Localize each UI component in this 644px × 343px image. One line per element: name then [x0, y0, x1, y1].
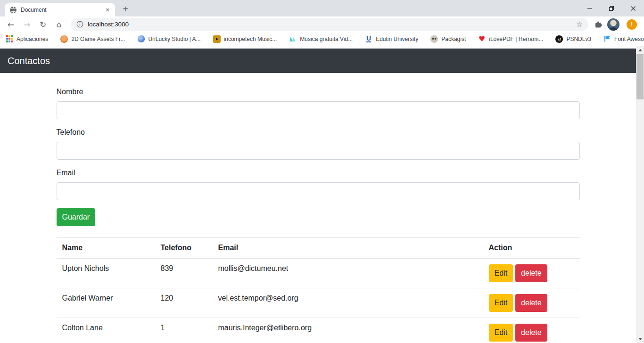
- bookmark-label: Música gratuita Vid...: [300, 36, 353, 42]
- bookmark-label: PSNDLv3: [566, 36, 591, 42]
- form-group-nombre: Nombre: [57, 86, 580, 119]
- bookmark-incompetech[interactable]: incompetech Music...: [213, 35, 277, 43]
- contact-form: Nombre Telefono Email Guardar: [57, 86, 580, 226]
- ilovepdf-heart-icon: ♥: [478, 35, 486, 43]
- cell-email: mauris.Integer@etlibero.org: [213, 318, 483, 343]
- table-header-row: Name Telefono Email Action: [57, 238, 580, 259]
- contacts-table: Name Telefono Email Action Upton Nichols…: [57, 237, 580, 343]
- header-action: Action: [483, 238, 580, 259]
- apps-grid-icon: [6, 35, 13, 43]
- psndl-icon: sf: [555, 35, 563, 43]
- window-controls: [579, 0, 644, 16]
- bookmark-unlucky-studio[interactable]: UnLucky Studio | A...: [137, 35, 200, 43]
- packagist-icon: [430, 35, 438, 43]
- cell-email: mollis@dictumeu.net: [213, 258, 483, 288]
- nombre-input[interactable]: [57, 101, 580, 119]
- edit-button[interactable]: Edit: [489, 294, 513, 312]
- edutin-icon: U: [365, 35, 372, 43]
- bookmark-label: Packagist: [441, 36, 466, 42]
- header-telefono: Telefono: [155, 238, 213, 259]
- bookmark-musica-gratuita[interactable]: Música gratuita Vid...: [289, 35, 353, 43]
- table-row: Upton Nichols 839 mollis@dictumeu.net Ed…: [57, 258, 580, 288]
- bookmark-label: 2D Game Assets Fr...: [71, 36, 125, 42]
- edit-button[interactable]: Edit: [489, 264, 513, 282]
- globe-favicon-icon: [9, 6, 17, 14]
- cell-email: vel.est.tempor@sed.org: [213, 288, 483, 318]
- cell-action: Editdelete: [483, 318, 580, 343]
- profile-avatar[interactable]: [607, 18, 619, 31]
- forward-icon[interactable]: →: [20, 18, 33, 31]
- bookmark-label: incompetech Music...: [224, 36, 277, 42]
- url-text[interactable]: localhost:3000: [88, 21, 572, 28]
- bookmark-ilovepdf[interactable]: ♥ iLovePDF | Herrami...: [478, 35, 543, 43]
- bookmark-label: iLovePDF | Herrami...: [489, 36, 543, 42]
- guardar-button[interactable]: Guardar: [57, 208, 96, 226]
- reload-icon[interactable]: ↻: [36, 18, 50, 31]
- tab-close-icon[interactable]: ×: [104, 6, 111, 14]
- bookmarks-bar: Aplicaciones 2D Game Assets Fr... UnLuck…: [0, 32, 644, 46]
- game-assets-icon: [60, 35, 68, 43]
- bookmark-fontawesome[interactable]: Font Awesome: [603, 35, 644, 43]
- email-input[interactable]: [57, 182, 580, 200]
- cell-telefono: 120: [155, 288, 213, 318]
- bookmark-label: Edutin University: [376, 36, 418, 42]
- header-name: Name: [57, 238, 155, 259]
- telefono-input[interactable]: [57, 142, 580, 160]
- browser-titlebar: Document × +: [0, 0, 644, 16]
- restore-button[interactable]: [601, 0, 622, 16]
- bookmark-label: Font Awesome: [614, 36, 644, 42]
- delete-button[interactable]: delete: [515, 324, 547, 342]
- delete-button[interactable]: delete: [515, 294, 547, 312]
- scroll-down-icon[interactable]: [636, 335, 644, 343]
- cell-name: Upton Nichols: [57, 258, 155, 288]
- browser-toolbar: ← → ↻ ⌂ localhost:3000 ☆ !: [0, 16, 644, 32]
- scroll-up-icon[interactable]: [636, 46, 644, 54]
- edit-button[interactable]: Edit: [489, 324, 513, 342]
- telefono-label: Telefono: [57, 127, 580, 138]
- bookmark-packagist[interactable]: Packagist: [430, 35, 466, 43]
- musica-gratuita-icon: [289, 35, 297, 43]
- scrollbar-thumb[interactable]: [636, 54, 644, 99]
- nombre-label: Nombre: [57, 86, 580, 98]
- browser-tab[interactable]: Document ×: [5, 3, 115, 16]
- bookmark-psndl[interactable]: sf PSNDLv3: [555, 35, 591, 43]
- cell-name: Colton Lane: [57, 318, 155, 343]
- form-group-email: Email: [57, 167, 580, 200]
- tab-title: Document: [21, 7, 100, 13]
- delete-button[interactable]: delete: [515, 264, 547, 282]
- close-window-button[interactable]: [622, 0, 644, 16]
- vertical-scrollbar[interactable]: [636, 46, 644, 343]
- back-icon[interactable]: ←: [4, 18, 17, 31]
- page-title: Contactos: [8, 56, 50, 66]
- site-info-icon[interactable]: [76, 21, 83, 28]
- new-tab-button[interactable]: +: [119, 2, 132, 16]
- table-row: Gabriel Warner 120 vel.est.tempor@sed.or…: [57, 288, 580, 318]
- bookmark-edutin[interactable]: U Edutin University: [365, 35, 418, 43]
- header-email: Email: [213, 238, 483, 259]
- page-viewport: Contactos Nombre Telefono Email Guardar: [0, 46, 644, 343]
- cell-action: Editdelete: [483, 258, 580, 288]
- cell-name: Gabriel Warner: [57, 288, 155, 318]
- unlucky-studio-icon: [137, 35, 145, 43]
- incompetech-icon: [213, 35, 221, 43]
- bookmark-2d-game-assets[interactable]: 2D Game Assets Fr...: [60, 35, 125, 43]
- address-bar[interactable]: localhost:3000 ☆: [71, 18, 588, 31]
- content-container: Nombre Telefono Email Guardar Name: [50, 86, 587, 343]
- minimize-button[interactable]: [579, 0, 601, 16]
- cell-telefono: 839: [155, 258, 213, 288]
- bookmark-aplicaciones[interactable]: Aplicaciones: [6, 35, 48, 43]
- fontawesome-flag-icon: [603, 35, 611, 43]
- bookmark-label: UnLucky Studio | A...: [148, 36, 200, 42]
- bookmark-star-icon[interactable]: ☆: [576, 20, 583, 29]
- table-row: Colton Lane 1 mauris.Integer@etlibero.or…: [57, 318, 580, 343]
- web-page: Contactos Nombre Telefono Email Guardar: [0, 46, 636, 343]
- home-icon[interactable]: ⌂: [52, 18, 66, 31]
- site-navbar: Contactos: [0, 49, 636, 73]
- bookmark-label: Aplicaciones: [17, 36, 48, 42]
- cell-telefono: 1: [155, 318, 213, 343]
- form-group-telefono: Telefono: [57, 127, 580, 160]
- browser-menu-update-icon[interactable]: !: [627, 19, 637, 30]
- email-label: Email: [57, 167, 580, 179]
- extensions-puzzle-icon[interactable]: [592, 20, 604, 29]
- cell-action: Editdelete: [483, 288, 580, 318]
